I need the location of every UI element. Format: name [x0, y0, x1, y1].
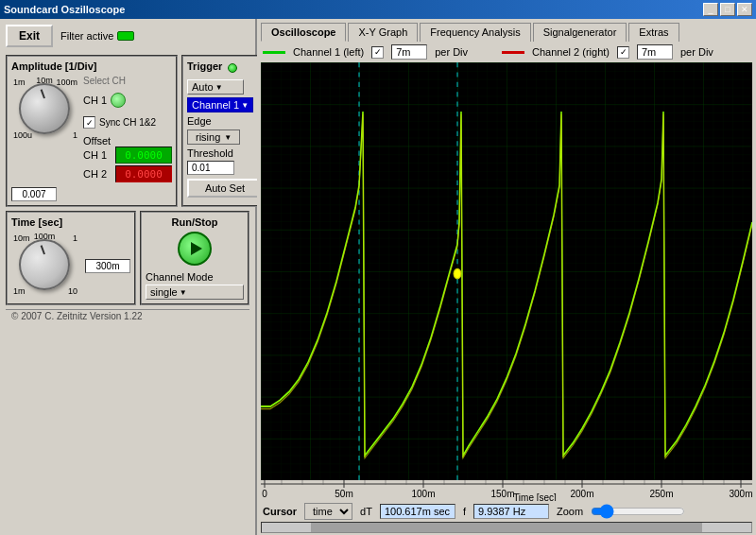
time-value-input[interactable]	[85, 259, 130, 273]
tab-xy-graph[interactable]: X-Y Graph	[348, 23, 418, 42]
ch2-per-div-unit: per Div	[680, 46, 713, 58]
amp-label-tr: 100m	[56, 78, 77, 87]
time-knob-container: 10m 100m 1 1m 10	[11, 232, 79, 300]
amplitude-knob[interactable]	[19, 83, 70, 134]
ch1-led	[111, 93, 126, 108]
ch2-per-div-input[interactable]	[637, 44, 673, 60]
close-button[interactable]: ✕	[737, 3, 752, 16]
time-axis-svg: 0 50m 100m 150m 200m 250m 300m	[261, 480, 752, 501]
ch1-checkbox[interactable]: ✓	[371, 46, 384, 59]
edge-label: Edge	[187, 115, 212, 127]
ch1-offset-value[interactable]: 0.0000	[115, 147, 172, 164]
svg-text:250m: 250m	[649, 489, 673, 499]
ch1-per-div-input[interactable]	[391, 44, 427, 60]
time-axis: 0 50m 100m 150m 200m 250m 300m	[257, 480, 756, 501]
time-label-tr: 1	[73, 233, 77, 243]
trigger-title: Trigger	[187, 60, 222, 72]
ch-indicator: CH 1	[83, 93, 172, 108]
channel-mode-dropdown[interactable]: single ▼	[146, 285, 244, 300]
footer-text: © 2007 C. Zeitnitz Version 1.22	[11, 311, 143, 321]
window-controls: _ □ ✕	[703, 3, 752, 16]
dt-label: dT	[360, 506, 372, 517]
cursor-type-dropdown[interactable]: time	[304, 503, 352, 520]
amplitude-value-input[interactable]	[11, 187, 57, 201]
main-container: Exit Filter active Amplitude [1/Div] 1m …	[0, 19, 756, 535]
knob-tick	[41, 89, 45, 98]
scope-screen[interactable]	[261, 62, 752, 480]
edge-arrow-icon: ▼	[224, 133, 232, 142]
run-stop: Run/Stop	[146, 216, 244, 266]
time-knob-row: 10m 100m 1 1m 10	[11, 232, 130, 300]
time-label-br: 10	[68, 286, 77, 296]
edge-dropdown[interactable]: rising ▼	[187, 129, 240, 145]
ch2-offset-row: CH 2 0.0000	[83, 165, 172, 182]
amp-value-row	[11, 187, 172, 201]
top-row: Exit Filter active	[6, 25, 249, 47]
f-label: f	[463, 506, 466, 517]
sync-label: Sync CH 1&2	[99, 117, 156, 128]
tab-extras[interactable]: Extras	[628, 23, 679, 42]
threshold-input-row	[187, 161, 263, 175]
amplitude-title: Amplitude [1/Div]	[11, 60, 172, 72]
trigger-header: Trigger	[187, 60, 263, 76]
ch1-line-indicator	[263, 51, 285, 54]
auto-set-button[interactable]: Auto Set	[187, 179, 263, 198]
ch1-offset-label: CH 1	[83, 149, 112, 161]
svg-text:0: 0	[262, 489, 267, 499]
channel-mode-section: Channel Mode single ▼	[146, 271, 244, 300]
threshold-row: Threshold	[187, 147, 263, 175]
ch2-name: Channel 2 (right)	[532, 46, 610, 58]
filter-active-label: Filter active	[60, 30, 134, 42]
svg-text:150m: 150m	[490, 489, 514, 499]
dropdown-blue-arrow-icon: ▼	[241, 101, 249, 110]
amp-label-tl: 1m	[13, 78, 26, 87]
scope-scrollbar[interactable]	[261, 522, 752, 533]
time-knob[interactable]	[19, 239, 70, 290]
amplitude-trigger-row: Amplitude [1/Div] 1m 10m 100m 100u 1	[6, 55, 249, 207]
trigger-channel-dropdown[interactable]: Channel 1 ▼	[187, 97, 253, 112]
svg-text:200m: 200m	[570, 489, 593, 499]
tab-frequency-analysis[interactable]: Frequency Analysis	[420, 23, 530, 42]
channel-mode-arrow-icon: ▼	[180, 288, 187, 297]
dropdown-arrow-icon: ▼	[215, 83, 223, 92]
f-value: 9.9387 Hz	[473, 504, 549, 519]
channel-info-row: Channel 1 (left) ✓ per Div Channel 2 (ri…	[257, 42, 756, 62]
edge-row: Edge rising ▼	[187, 115, 263, 145]
time-section: Time [sec] 10m 100m 1 1m 10	[6, 211, 136, 305]
trigger-auto-dropdown[interactable]: Auto ▼	[187, 79, 244, 95]
ch1-offset-row: CH 1 0.0000	[83, 147, 172, 164]
cursor-row: Cursor time dT 100.617m sec f 9.9387 Hz …	[257, 501, 756, 522]
threshold-label: Threshold	[187, 147, 263, 159]
run-stop-label: Run/Stop	[172, 216, 218, 228]
run-stop-section: Run/Stop Channel Mode single ▼	[140, 211, 249, 305]
run-stop-button[interactable]	[178, 232, 212, 266]
amp-label-br: 1	[73, 130, 77, 140]
ch2-offset-value[interactable]: 0.0000	[115, 165, 172, 182]
threshold-input[interactable]	[187, 161, 234, 175]
trigger-led	[228, 63, 237, 73]
sync-checkbox[interactable]: ✓	[83, 116, 95, 129]
minimize-button[interactable]: _	[703, 3, 718, 16]
amplitude-section: Amplitude [1/Div] 1m 10m 100m 100u 1	[6, 55, 178, 207]
footer: © 2007 C. Zeitnitz Version 1.22	[6, 309, 249, 322]
ch1-label: CH 1	[83, 95, 107, 106]
tab-signal-generator[interactable]: Signalgenerator	[533, 23, 627, 42]
svg-point-5	[454, 268, 461, 278]
svg-text:50m: 50m	[335, 489, 352, 499]
maximize-button[interactable]: □	[720, 3, 735, 16]
scope-display	[261, 62, 752, 480]
ch2-checkbox[interactable]: ✓	[617, 46, 629, 59]
exit-button[interactable]: Exit	[6, 25, 53, 47]
right-panel: Oscilloscope X-Y Graph Frequency Analysi…	[257, 19, 756, 535]
select-ch-label: Select CH	[83, 76, 172, 86]
ch2-line-indicator	[502, 51, 524, 54]
zoom-slider[interactable]	[591, 506, 685, 517]
svg-rect-2	[261, 62, 752, 480]
filter-active-text: Filter active	[60, 30, 113, 42]
tab-oscilloscope[interactable]: Oscilloscope	[261, 23, 346, 42]
sync-row: ✓ Sync CH 1&2	[83, 116, 172, 129]
cursor-label: Cursor	[263, 506, 297, 517]
svg-text:Time [sec]: Time [sec]	[513, 492, 557, 501]
title-bar: Soundcard Oszilloscope _ □ ✕	[0, 0, 756, 19]
play-icon	[191, 242, 202, 255]
